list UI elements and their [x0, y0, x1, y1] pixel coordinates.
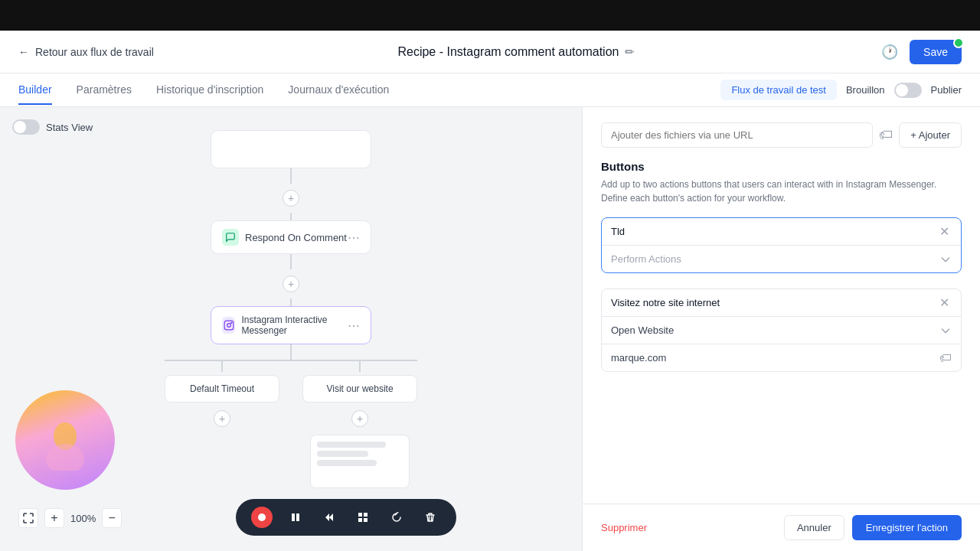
node-inner: Respond On Comment — [222, 229, 347, 246]
svg-rect-7 — [296, 514, 299, 521]
svg-point-2 — [230, 322, 231, 323]
tab-parametres[interactable]: Paramètres — [77, 83, 132, 105]
default-timeout-node[interactable]: Default Timeout — [165, 375, 279, 403]
grid-button[interactable] — [352, 507, 374, 528]
connector-2: + — [283, 254, 299, 306]
svg-rect-11 — [364, 518, 368, 522]
node-menu-icon[interactable]: ⋯ — [348, 230, 360, 245]
add-branch-right[interactable]: + — [351, 410, 368, 427]
top-bar — [0, 0, 980, 31]
zoom-in-button[interactable]: + — [44, 508, 64, 528]
back-button[interactable]: ← Retour aux flux de travail — [18, 46, 154, 58]
line-2 — [290, 254, 292, 269]
website-url-input[interactable] — [611, 344, 939, 371]
cancel-button[interactable]: Annuler — [784, 515, 844, 540]
branches: Default Timeout + Visit our website + — [165, 360, 417, 488]
node-inner-2: Instagram Interactive Messenger — [222, 315, 348, 336]
respond-on-comment-node[interactable]: Respond On Comment ⋯ — [211, 220, 371, 254]
trash-button[interactable] — [420, 507, 441, 528]
canvas-area[interactable]: Stats View + — [0, 107, 582, 551]
stats-view-switch[interactable] — [12, 119, 40, 135]
default-timeout-label: Default Timeout — [190, 383, 254, 394]
line-1b — [290, 213, 292, 220]
branch-v-line-right — [359, 360, 361, 372]
add-node-btn-1[interactable]: + — [283, 190, 299, 207]
tab-journaux[interactable]: Journaux d'exécution — [288, 83, 389, 105]
button-2-clear[interactable]: ✕ — [932, 291, 956, 315]
tab-historique[interactable]: Historique d'inscription — [156, 83, 263, 105]
save-button[interactable]: Save — [910, 40, 962, 64]
save-action-button[interactable]: Enregistrer l'action — [852, 515, 962, 540]
svg-rect-6 — [292, 514, 295, 521]
placeholder-line-2 — [317, 451, 368, 457]
tab-builder[interactable]: Builder — [18, 83, 52, 105]
url-input-row: 🏷 + Ajouter — [601, 122, 962, 148]
draft-label: Brouillon — [846, 84, 885, 96]
add-node-btn-2[interactable]: + — [283, 276, 299, 292]
instagram-icon — [222, 317, 235, 334]
respond-on-comment-label: Respond On Comment — [245, 232, 347, 243]
delete-button[interactable]: Supprimer — [601, 522, 647, 533]
button-2-text-input[interactable] — [602, 289, 932, 316]
sub-node-placeholder — [310, 435, 410, 488]
branch-line-left — [165, 360, 291, 361]
footer-right: Annuler Enregistrer l'action — [784, 515, 962, 540]
node-menu-icon-2[interactable]: ⋯ — [348, 318, 360, 333]
spacer — [601, 282, 962, 289]
buttons-section-title: Buttons — [601, 160, 962, 173]
top-placeholder-node — [211, 130, 371, 168]
refresh-button[interactable] — [386, 507, 407, 528]
svg-point-5 — [258, 514, 266, 521]
connector-1: + — [283, 168, 299, 220]
record-button[interactable] — [251, 507, 273, 528]
user-avatar — [15, 390, 115, 490]
button-1-group: ✕ Perform Actions — [601, 217, 962, 273]
website-url-row: 🏷 — [602, 344, 961, 371]
svg-point-1 — [227, 324, 230, 328]
instagram-messenger-node[interactable]: Instagram Interactive Messenger ⋯ — [211, 306, 371, 344]
branch-v-line-left — [221, 360, 223, 372]
edit-icon[interactable]: ✏ — [625, 45, 635, 59]
stats-view-label: Stats View — [46, 122, 93, 133]
app-container: ← Retour aux flux de travail Recipe - In… — [0, 31, 980, 551]
nav-tabs: Builder Paramètres Historique d'inscript… — [0, 73, 980, 107]
button-1-clear[interactable]: ✕ — [932, 220, 956, 244]
history-icon[interactable]: 🕐 — [879, 41, 900, 63]
instagram-messenger-label: Instagram Interactive Messenger — [241, 315, 348, 336]
add-url-button[interactable]: + Ajouter — [899, 122, 962, 148]
line-3 — [290, 344, 292, 360]
line-1 — [290, 168, 292, 184]
fullscreen-button[interactable] — [18, 508, 38, 528]
flow-container: + Respond On Comment ⋯ — [203, 130, 379, 488]
url-tag-icon[interactable]: 🏷 — [939, 351, 952, 365]
right-panel: 🏷 + Ajouter Buttons Add up to two action… — [582, 107, 980, 551]
panel-footer: Supprimer Annuler Enregistrer l'action — [583, 504, 980, 551]
add-branch-left[interactable]: + — [214, 410, 230, 427]
back-label: Retour aux flux de travail — [35, 46, 154, 58]
visit-website-node[interactable]: Visit our website — [302, 375, 417, 403]
button-2-top: ✕ — [602, 289, 961, 316]
nav-tabs-right: Flux de travail de test Brouillon Publie… — [720, 80, 962, 100]
main-content: Stats View + — [0, 107, 980, 551]
media-controls — [236, 499, 456, 536]
svg-rect-9 — [364, 513, 368, 517]
button-1-text-input[interactable] — [602, 218, 932, 245]
respond-icon — [222, 229, 239, 246]
url-input[interactable] — [601, 122, 873, 148]
pause-button[interactable] — [285, 507, 306, 528]
publish-toggle[interactable] — [894, 83, 922, 98]
tag-icon[interactable]: 🏷 — [879, 127, 893, 143]
button-2-group: ✕ Open Website 🏷 — [601, 289, 962, 372]
panel-scroll[interactable]: 🏷 + Ajouter Buttons Add up to two action… — [583, 107, 980, 504]
header-title-area: Recipe - Instagram comment automation ✏ — [397, 45, 635, 59]
stats-view-toggle: Stats View — [12, 119, 93, 135]
zoom-out-button[interactable]: − — [102, 508, 122, 528]
svg-rect-10 — [358, 518, 362, 522]
button-1-action-select[interactable]: Perform Actions — [602, 245, 961, 272]
rewind-button[interactable] — [318, 507, 340, 528]
button-2-action-select[interactable]: Open Website — [602, 316, 961, 344]
back-arrow-icon: ← — [18, 46, 29, 58]
header: ← Retour aux flux de travail Recipe - In… — [0, 31, 980, 73]
buttons-section-desc: Add up to two actions buttons that users… — [601, 178, 962, 205]
test-workflow-button[interactable]: Flux de travail de test — [720, 80, 837, 100]
